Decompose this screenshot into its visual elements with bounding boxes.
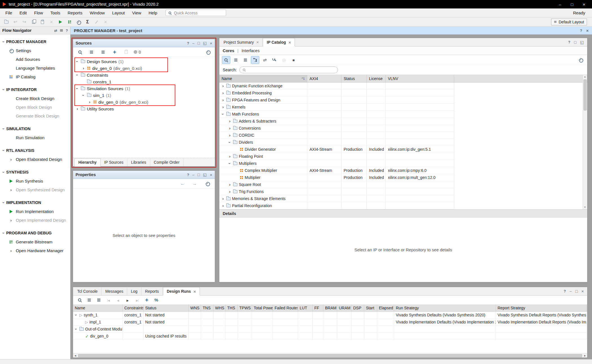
ip-catalog-row-memories-storage-elements[interactable]: Memories & Storage Elements xyxy=(219,195,454,202)
float-icon[interactable] xyxy=(580,40,584,44)
delete-button[interactable] xyxy=(47,18,56,26)
ip-catalog-settings-button[interactable] xyxy=(576,56,585,64)
close-icon[interactable] xyxy=(583,2,585,6)
maximize-icon[interactable] xyxy=(575,289,578,293)
run-column-header-lut[interactable]: LUT xyxy=(298,305,313,311)
source-tree-item-utility-sources[interactable]: Utility Sources xyxy=(73,105,215,112)
run-column-header-tns[interactable]: TNS xyxy=(201,305,213,311)
collapse-all-button[interactable] xyxy=(232,56,240,64)
minimize-icon[interactable] xyxy=(559,2,561,6)
run-column-header-report-strategy[interactable]: Report Strategy xyxy=(496,305,587,311)
maximize-icon[interactable] xyxy=(571,2,573,6)
view-tab-interfaces[interactable]: Interfaces xyxy=(242,48,260,53)
design-run-row-out-of-context-module-runs[interactable]: Out-of-Context Module Runs xyxy=(73,326,587,333)
ip-catalog-row-kernels[interactable]: Kernels xyxy=(219,104,454,111)
ip-catalog-row-dynamic-function-exchange[interactable]: Dynamic Function eXchange xyxy=(219,83,454,90)
menu-tools[interactable]: Tools xyxy=(47,8,64,17)
sum-button[interactable] xyxy=(83,18,92,26)
twisty-icon[interactable] xyxy=(227,161,232,165)
column-header-vlnv[interactable]: VLNV xyxy=(386,75,454,82)
clipboard-button[interactable] xyxy=(38,18,47,26)
menu-view[interactable]: View xyxy=(129,8,145,17)
minimize-icon[interactable] xyxy=(570,289,572,293)
minimize-icon[interactable] xyxy=(192,173,194,177)
run-column-header-whs[interactable]: WHS xyxy=(213,305,226,311)
twisty-icon[interactable] xyxy=(74,313,78,317)
flow-item-create-block-design[interactable]: Create Block Design xyxy=(0,94,70,103)
step-forward-button[interactable] xyxy=(133,296,141,304)
flow-item-settings[interactable]: Settings xyxy=(0,46,70,55)
add-button[interactable] xyxy=(143,296,151,304)
stop-button[interactable] xyxy=(290,56,298,64)
flow-item-open-block-design[interactable]: Open Block Design xyxy=(0,103,70,112)
search-button[interactable] xyxy=(76,296,84,304)
twisty-icon[interactable] xyxy=(228,126,232,130)
float-icon[interactable] xyxy=(203,41,207,45)
source-tree-item-constraints[interactable]: Constraints xyxy=(73,72,215,78)
flow-section-header-implementation[interactable]: IMPLEMENTATION xyxy=(0,198,70,207)
maximize-icon[interactable] xyxy=(198,173,200,177)
copy-button[interactable] xyxy=(29,18,37,26)
expand-all-button[interactable] xyxy=(99,48,107,56)
ip-catalog-row-fpga-features-and-design[interactable]: FPGA Features and Design xyxy=(219,97,454,104)
twisty-icon[interactable] xyxy=(221,105,225,109)
flow-item-ip-catalog[interactable]: IP Catalog xyxy=(0,72,70,81)
sources-tab-ip-sources[interactable]: IP Sources xyxy=(101,158,127,166)
source-tree-item-constrs-1[interactable]: constrs_1 xyxy=(73,78,215,85)
collapse-all-button[interactable] xyxy=(85,296,93,304)
expand-all-button[interactable] xyxy=(241,56,249,64)
run-column-header-status[interactable]: Status xyxy=(143,305,189,311)
swap-icon[interactable] xyxy=(54,29,57,32)
tab-project-summary[interactable]: Project Summary xyxy=(220,38,263,46)
scroll-left-icon[interactable]: ◀ xyxy=(73,354,78,357)
twisty-icon[interactable] xyxy=(81,93,86,97)
bottom-tab-tcl-console[interactable]: Tcl Console xyxy=(74,287,101,295)
flow-item-open-implemented-design[interactable]: Open Implemented Design xyxy=(0,216,70,225)
ip-catalog-row-multiplier[interactable]: MultiplierProductionIncludedxilinx.com:i… xyxy=(219,174,454,181)
run-column-header-name[interactable]: Name xyxy=(73,305,123,311)
bottom-tab-log[interactable]: Log xyxy=(127,287,141,295)
twisty-icon[interactable] xyxy=(221,98,225,102)
sources-panel-header[interactable]: Sources xyxy=(73,39,215,47)
bottom-tab-design-runs[interactable]: Design Runs xyxy=(163,287,200,296)
run-column-header-constraints[interactable]: Constraints xyxy=(123,305,143,311)
flow-item-add-sources[interactable]: Add Sources xyxy=(0,55,70,64)
delete-button[interactable] xyxy=(101,18,110,26)
twisty-icon[interactable] xyxy=(75,59,79,63)
flow-item-generate-block-design[interactable]: Generate Block Design xyxy=(0,112,70,120)
target-button[interactable] xyxy=(280,56,288,64)
menu-layout[interactable]: Layout xyxy=(109,8,129,17)
flow-item-open-elaborated-design[interactable]: Open Elaborated Design xyxy=(0,155,70,164)
run-column-header-uram[interactable]: URAM xyxy=(337,305,352,311)
scrollbar-thumb[interactable] xyxy=(78,354,582,357)
sources-tab-compile-order[interactable]: Compile Order xyxy=(150,158,184,166)
twisty-icon[interactable] xyxy=(221,91,225,95)
ip-search-box[interactable] xyxy=(239,66,338,73)
ip-catalog-row-cordic[interactable]: CORDIC xyxy=(219,132,454,139)
column-header-status[interactable]: Status xyxy=(341,75,367,82)
close-icon[interactable] xyxy=(193,289,196,294)
ip-catalog-row-trig-functions[interactable]: Trig Functions xyxy=(219,188,454,195)
bottom-tab-reports[interactable]: Reports xyxy=(142,287,163,295)
view-tab-cores[interactable]: Cores xyxy=(223,48,234,53)
design-run-row-impl-1[interactable]: impl_1constrs_1Not startedVivado Impleme… xyxy=(73,319,587,326)
bottom-tab-messages[interactable]: Messages xyxy=(101,287,127,295)
close-icon[interactable] xyxy=(256,40,259,45)
minimize-icon[interactable] xyxy=(192,41,194,45)
flow-item-open-synthesized-design[interactable]: Open Synthesized Design xyxy=(0,185,70,194)
layout-selector[interactable]: Default Layout xyxy=(551,19,587,25)
close-icon[interactable] xyxy=(288,40,291,45)
flow-item-run-simulation[interactable]: Run Simulation xyxy=(0,133,70,142)
design-run-row-synth-1[interactable]: synth_1constrs_1Not startedVivado Synthe… xyxy=(73,312,587,319)
help-icon[interactable] xyxy=(187,173,189,177)
maximize-icon[interactable] xyxy=(574,40,576,44)
source-tree-item-simulation-sources[interactable]: Simulation Sources(1) xyxy=(73,85,215,92)
ip-catalog-row-partial-reconfiguration[interactable]: Partial Reconfiguration xyxy=(219,202,454,209)
twisty-icon[interactable] xyxy=(228,182,232,187)
run-column-header-start[interactable]: Start xyxy=(364,305,377,311)
ip-catalog-row-divider-generator[interactable]: Divider GeneratorAXI4-StreamProductionIn… xyxy=(219,146,454,153)
run-column-header-tpws[interactable]: TPWS xyxy=(238,305,252,311)
twisty-icon[interactable] xyxy=(221,203,225,208)
scroll-up-icon[interactable]: ▲ xyxy=(584,75,586,79)
twisty-icon[interactable] xyxy=(221,196,225,201)
